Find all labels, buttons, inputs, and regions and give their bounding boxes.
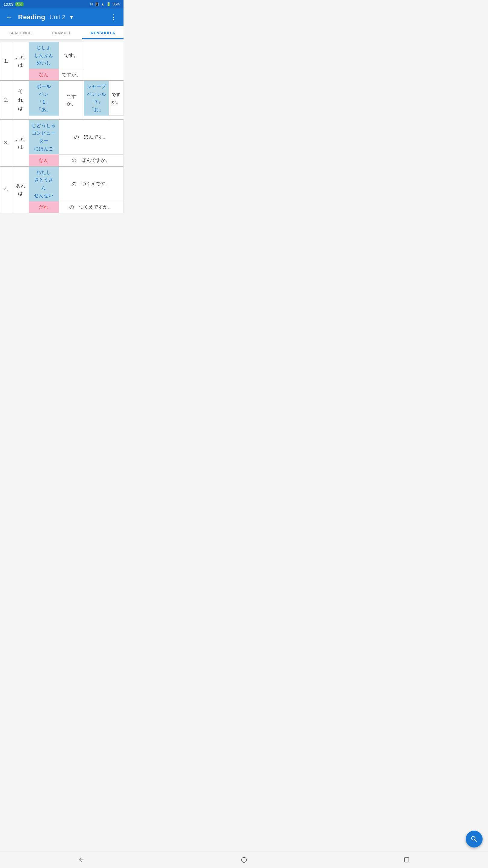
- main-content: 1. これは じしょしんぶんめいし です。 なん ですか。 2. それは ボール…: [0, 41, 124, 213]
- battery-level: 85%: [113, 2, 120, 6]
- vibrate-icon: 📳: [95, 2, 99, 6]
- row-2-vocab-blue-right: シャープペンシル「7」「お」: [84, 81, 109, 116]
- row-4-vocab-blue: わたしさとうさんせんせい: [29, 166, 59, 201]
- row-4-vocab-pink: だれ: [29, 201, 59, 213]
- app-title: Reading: [18, 13, 45, 21]
- status-bar: 10:03 App N 📳 ▲ 🔋 85%: [0, 0, 124, 8]
- more-button[interactable]: ⋮: [108, 12, 120, 22]
- row-4-num: 4.: [0, 166, 12, 213]
- row-1-vocab-blue: じしょしんぶんめいし: [29, 42, 59, 69]
- row-3-vocab-pink: なん: [29, 155, 59, 166]
- row-4-ending-bottom: の つくえですか。: [59, 201, 123, 213]
- row-4-ending-top: の つくえです。: [59, 166, 123, 201]
- row-1-ending-top: です。: [59, 42, 84, 69]
- time-display: 10:03: [4, 2, 13, 7]
- unit-label: Unit 2: [50, 14, 65, 21]
- tab-renshuu[interactable]: RENSHUU A: [82, 26, 124, 39]
- row-3-num: 3.: [0, 120, 12, 166]
- battery-icon: 🔋: [106, 2, 111, 6]
- app-bar: ← Reading Unit 2 ▼ ⋮: [0, 8, 124, 26]
- row-1-num: 1.: [0, 42, 12, 81]
- status-right: N 📳 ▲ 🔋 85%: [90, 2, 120, 6]
- row-1-vocab-pink: なん: [29, 69, 59, 81]
- nfc-icon: N: [90, 2, 93, 6]
- row-2-vocab-blue-left: ボールペン「1」「あ」: [29, 81, 59, 116]
- tabs-bar: SENTENCE EXAMPLE RENSHUU A: [0, 26, 124, 39]
- row-3-vocab-blue: じどうしゃコンピューターにほんご: [29, 120, 59, 155]
- dropdown-icon[interactable]: ▼: [69, 14, 74, 21]
- row-1: 1. これは じしょしんぶんめいし です。 なん ですか。: [0, 42, 124, 81]
- row-4: 4. あれは わたしさとうさんせんせい の つくえです。 だれ の つくえですか…: [0, 166, 124, 213]
- tab-example[interactable]: EXAMPLE: [41, 26, 83, 39]
- sentence-table: 1. これは じしょしんぶんめいし です。 なん ですか。 2. それは ボール…: [0, 41, 124, 213]
- row-1-subject: これは: [12, 42, 29, 81]
- app-icon: App: [15, 2, 24, 6]
- wifi-icon: ▲: [101, 2, 104, 6]
- row-4-subject: あれは: [12, 166, 29, 213]
- back-button[interactable]: ←: [4, 12, 15, 22]
- row-2-ending-top: ですか。: [109, 81, 123, 116]
- row-2: 2. それは ボールペン「1」「あ」 ですか、 シャープペンシル「7」「お」 で…: [0, 81, 124, 119]
- row-3-ending-top: の ほんです。: [59, 120, 123, 155]
- row-3-ending-bottom: の ほんですか。: [59, 155, 123, 166]
- row-1-ending-bottom: ですか。: [59, 69, 84, 81]
- row-2-subject: それは: [12, 81, 29, 119]
- status-left: 10:03 App: [4, 2, 24, 7]
- row-2-num: 2.: [0, 81, 12, 119]
- row-2-middle-desu: ですか、: [59, 81, 84, 119]
- row-3: 3. これは じどうしゃコンピューターにほんご の ほんです。 なん の ほんで…: [0, 120, 124, 166]
- tab-sentence[interactable]: SENTENCE: [0, 26, 41, 39]
- row-3-subject: これは: [12, 120, 29, 166]
